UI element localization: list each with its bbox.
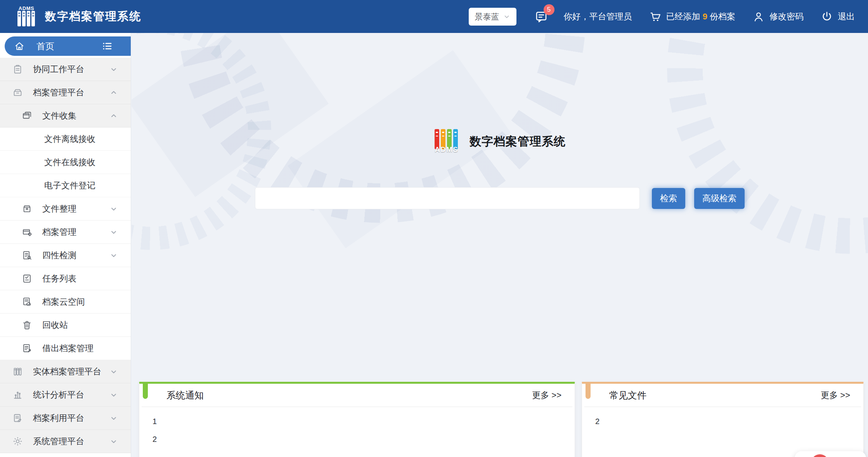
- common-files-panel: 常见文件 更多 >> 2: [582, 382, 864, 457]
- top-header: ADMS 数字档案管理系统 景泰蓝 5 你好，平台管理员 已经添加 9 份档案 …: [0, 0, 868, 33]
- document-cloud-icon: [22, 297, 32, 307]
- cart-button[interactable]: 已经添加 9 份档案: [649, 10, 736, 23]
- brand-logo-text: ADMS: [434, 146, 459, 154]
- sidebar-item-label: 档案管理: [42, 226, 76, 238]
- list-item[interactable]: 2: [595, 412, 850, 430]
- panel-header: 常见文件 更多 >>: [584, 384, 861, 407]
- helper-red-icon: [811, 454, 829, 457]
- theme-select[interactable]: 景泰蓝: [469, 8, 516, 26]
- panel-title: 系统通知: [166, 389, 204, 402]
- brand-title: 数字档案管理系统: [470, 134, 566, 150]
- list-item[interactable]: 2: [152, 430, 561, 448]
- logout-button[interactable]: 退出: [821, 10, 855, 23]
- sidebar-item-system-mgmt-platform[interactable]: 系统管理平台: [0, 430, 131, 453]
- cart-count: 9: [703, 12, 707, 21]
- sidebar-item-file-collection[interactable]: 文件收集: [0, 104, 131, 128]
- sidebar-item-task-list[interactable]: 任务列表: [0, 267, 131, 290]
- floating-helper-widget[interactable]: [795, 451, 866, 457]
- cart-text-suffix: 份档案: [710, 12, 735, 21]
- sidebar-item-recycle-bin[interactable]: 回收站: [0, 314, 131, 337]
- sidebar-item-label: 统计分析平台: [33, 389, 84, 401]
- sidebar-item-physical-archive-platform[interactable]: 实体档案管理平台: [0, 360, 131, 383]
- clipboard-icon: [12, 64, 23, 74]
- sidebar-item-label: 文件离线接收: [44, 133, 95, 145]
- chevron-down-icon: [110, 368, 118, 376]
- sidebar-item-collaboration-platform[interactable]: 协同工作平台: [0, 58, 131, 81]
- trash-icon: [22, 320, 32, 330]
- brand-logo-icon: ADMS: [434, 129, 459, 154]
- search-button[interactable]: 检索: [652, 188, 685, 209]
- sidebar-item-archive-management[interactable]: 档案管理: [0, 221, 131, 244]
- sidebar-item-efile-register[interactable]: 电子文件登记: [0, 174, 131, 197]
- sidebar-item-home[interactable]: 首页: [5, 36, 131, 56]
- advanced-search-button[interactable]: 高级检索: [694, 188, 745, 209]
- chevron-down-icon: [110, 391, 118, 399]
- cart-text-prefix: 已经添加: [666, 12, 700, 21]
- logout-label: 退出: [838, 11, 855, 22]
- sidebar-item-archive-mgmt-platform[interactable]: 档案管理平台: [0, 81, 131, 104]
- sidebar-home-label: 首页: [36, 40, 54, 52]
- logo-book: [31, 11, 35, 26]
- chevron-down-icon: [110, 228, 118, 236]
- document-edit-icon: [12, 413, 23, 423]
- sidebar-item-lent-archive-mgmt[interactable]: 借出档案管理: [0, 337, 131, 360]
- sidebar: 首页 协同工作平台 档案管理平台 文件收集 文件离线接收 文件在线接收: [0, 33, 131, 457]
- chevron-down-icon: [110, 414, 118, 422]
- app-logo-icon: ADMS: [16, 6, 37, 28]
- sidebar-item-label: 档案管理平台: [33, 87, 84, 98]
- menu-collapse-icon[interactable]: [101, 40, 113, 52]
- logo-book: [22, 11, 26, 26]
- sidebar-item-label: 系统管理平台: [33, 436, 84, 447]
- chevron-down-icon: [110, 66, 118, 73]
- search-area: 检索 高级检索: [132, 187, 868, 209]
- notifications-button[interactable]: 5: [534, 10, 548, 24]
- panel-accent-tab: [586, 382, 591, 399]
- home-icon: [14, 41, 25, 52]
- folders-icon: [22, 110, 32, 121]
- checklist-magnifier-icon: [22, 250, 32, 260]
- sidebar-item-label: 档案利用平台: [33, 412, 84, 424]
- sidebar-item-archive-cloud-space[interactable]: 档案云空间: [0, 290, 131, 314]
- change-password-button[interactable]: 修改密码: [752, 10, 804, 23]
- chevron-down-icon: [503, 13, 510, 20]
- document-arrow-icon: [22, 343, 32, 354]
- sidebar-item-archive-usage-platform[interactable]: 档案利用平台: [0, 407, 131, 430]
- list-item[interactable]: 1: [152, 412, 561, 430]
- chevron-up-icon: [110, 112, 118, 120]
- sidebar-item-file-arrangement[interactable]: 文件整理: [0, 197, 131, 221]
- notice-list: 1 2: [139, 407, 575, 454]
- chevron-down-icon: [110, 205, 118, 213]
- chevron-down-icon: [110, 252, 118, 259]
- sidebar-item-file-offline-receive[interactable]: 文件离线接收: [0, 128, 131, 151]
- change-password-label: 修改密码: [769, 11, 804, 22]
- system-notices-panel: 系统通知 更多 >> 1 2: [139, 382, 575, 457]
- panel-header: 系统通知 更多 >>: [142, 384, 572, 407]
- background-watermark: [132, 33, 868, 289]
- sidebar-item-label: 协同工作平台: [33, 64, 84, 75]
- sidebar-item-file-online-receive[interactable]: 文件在线接收: [0, 151, 131, 174]
- sidebar-item-statistics-platform[interactable]: 统计分析平台: [0, 383, 131, 407]
- gear-icon: [12, 436, 23, 447]
- main-content: ADMS 数字档案管理系统 检索 高级检索 系统通知 更多 >> 1 2 常见文…: [132, 33, 868, 457]
- archive-box-icon: [12, 87, 23, 98]
- more-link[interactable]: 更多 >>: [821, 390, 850, 401]
- sidebar-item-label: 四性检测: [42, 250, 76, 261]
- cart-icon: [649, 10, 662, 23]
- user-greeting: 你好，平台管理员: [564, 11, 632, 22]
- common-file-list: 2: [582, 407, 863, 436]
- user-icon: [752, 10, 765, 23]
- sidebar-item-label: 文件整理: [42, 203, 76, 215]
- search-input[interactable]: [255, 187, 640, 209]
- chevron-down-icon: [110, 438, 118, 445]
- sidebar-item-four-property-check[interactable]: 四性检测: [0, 244, 131, 267]
- panel-title: 常见文件: [609, 389, 646, 402]
- more-link[interactable]: 更多 >>: [532, 390, 561, 401]
- theme-select-value: 景泰蓝: [475, 11, 499, 22]
- power-icon: [821, 10, 833, 23]
- notification-badge: 5: [544, 4, 554, 15]
- bookshelf-icon: [12, 366, 23, 377]
- sidebar-item-label: 借出档案管理: [42, 343, 94, 354]
- app-logo-text: ADMS: [19, 5, 34, 11]
- sidebar-item-label: 电子文件登记: [44, 180, 95, 191]
- sidebar-item-label: 文件在线接收: [44, 157, 95, 168]
